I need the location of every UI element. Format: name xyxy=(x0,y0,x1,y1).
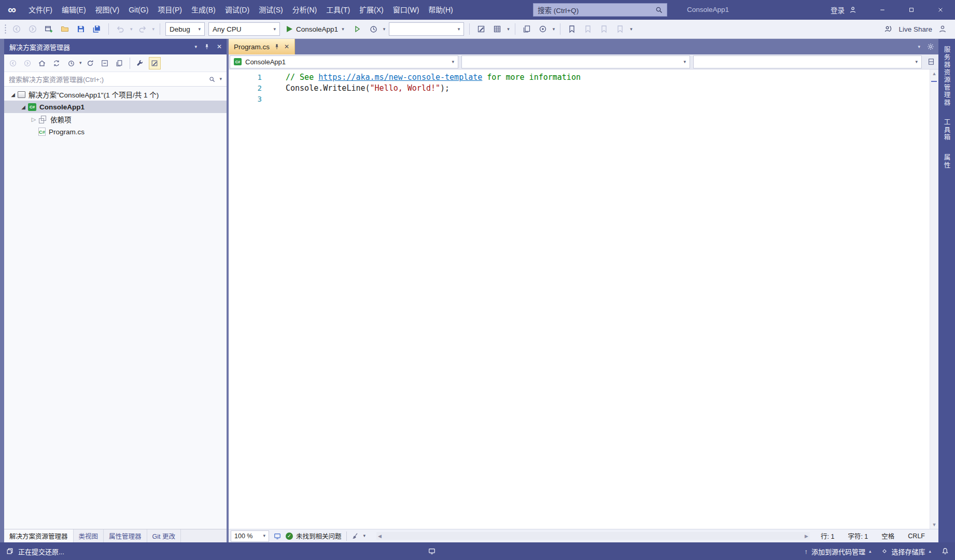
notifications-bell-icon[interactable] xyxy=(942,548,949,555)
new-project-button[interactable] xyxy=(43,22,55,36)
spaces-indicator[interactable]: 空格 xyxy=(881,531,894,541)
solution-explorer-header[interactable]: 解决方案资源管理器 ▾ ✕ xyxy=(4,39,227,54)
panel-tab[interactable]: Git 更改 xyxy=(147,529,181,542)
document-tab-program-cs[interactable]: Program.cs ✕ xyxy=(229,39,295,54)
menu-item[interactable]: 编辑(E) xyxy=(57,0,91,20)
line-indicator[interactable]: 行: 1 xyxy=(821,531,834,541)
chevron-down-icon[interactable]: ▾ xyxy=(383,27,386,32)
select-repository-button[interactable]: 选择存储库 ▴ xyxy=(881,547,931,556)
close-panel-icon[interactable]: ✕ xyxy=(217,43,222,50)
undo-dropdown-icon[interactable]: ▾ xyxy=(130,27,133,32)
explorer-back-button[interactable] xyxy=(7,57,19,69)
tree-item[interactable]: ◢解决方案"ConsoleApp1"(1 个项目/共 1 个) xyxy=(4,88,227,101)
code-line[interactable]: 1// See https://aka.ms/new-console-templ… xyxy=(229,72,938,83)
start-debugging-button[interactable]: ConsoleApp1 ▾ xyxy=(284,22,347,36)
chevron-down-icon[interactable]: ▾ xyxy=(553,27,555,32)
menu-item[interactable]: 项目(P) xyxy=(153,0,187,20)
pin-icon[interactable] xyxy=(204,44,210,50)
properties-button[interactable] xyxy=(134,57,146,69)
panel-tab[interactable]: 解决方案资源管理器 xyxy=(4,529,74,542)
comment-button[interactable] xyxy=(521,22,533,36)
toolbar-drag-handle[interactable] xyxy=(4,24,7,34)
solution-configuration-combobox[interactable]: Debug ▾ xyxy=(165,22,205,36)
performance-profiler-button[interactable] xyxy=(367,22,380,36)
code-line[interactable]: 2Console.WriteLine("Hello, World!"); xyxy=(229,83,938,94)
tree-item[interactable]: ▷依赖项 xyxy=(4,113,227,125)
chevron-down-icon[interactable]: ▾ xyxy=(79,61,82,65)
redo-dropdown-icon[interactable]: ▾ xyxy=(152,27,155,32)
scroll-right-icon[interactable]: ▶ xyxy=(805,534,808,539)
clear-bookmarks-button[interactable] xyxy=(614,22,626,36)
toggle-bookmark-button[interactable] xyxy=(566,22,578,36)
right-tool-tab[interactable]: 服务器资源管理器 xyxy=(942,46,952,106)
chevron-down-icon[interactable]: ▾ xyxy=(363,534,366,538)
code-line[interactable]: 3 xyxy=(229,94,938,105)
right-tool-tab[interactable]: 属性 xyxy=(942,154,952,169)
menu-item[interactable]: 帮助(H) xyxy=(424,0,457,20)
feedback-icon[interactable] xyxy=(938,25,947,33)
tree-item[interactable]: C#Program.cs xyxy=(4,125,227,138)
chevron-down-icon[interactable]: ▾ xyxy=(630,27,633,32)
sign-in-button[interactable]: 登录 xyxy=(831,0,856,20)
tab-strip-gear-icon[interactable] xyxy=(927,43,934,50)
previous-bookmark-button[interactable] xyxy=(582,22,594,36)
next-bookmark-button[interactable] xyxy=(598,22,610,36)
minimize-button[interactable] xyxy=(868,0,897,20)
horizontal-scrollbar[interactable]: ◀ ▶ xyxy=(376,532,810,540)
close-tab-icon[interactable]: ✕ xyxy=(284,43,289,50)
preview-selected-items-button[interactable] xyxy=(149,57,161,69)
right-tool-tab[interactable]: 工具箱 xyxy=(942,119,952,142)
quick-search-box[interactable]: 搜索 (Ctrl+Q) xyxy=(533,3,667,17)
chevron-down-icon[interactable]: ▾ xyxy=(507,27,510,32)
code-cleanup-icon[interactable] xyxy=(352,533,359,540)
search-icon[interactable] xyxy=(209,76,215,82)
navigate-to-button[interactable] xyxy=(537,22,549,36)
navigate-forward-button[interactable] xyxy=(26,22,39,36)
remote-indicator-icon[interactable] xyxy=(428,548,436,555)
document-health-indicator[interactable]: ✓ 未找到相关问题 xyxy=(286,531,342,541)
project-dropdown[interactable]: C# ConsoleApp1 ▾ xyxy=(230,55,458,68)
line-ending-indicator[interactable]: CRLF xyxy=(908,533,925,540)
menu-item[interactable]: Git(G) xyxy=(124,0,153,20)
tree-expanded-icon[interactable]: ◢ xyxy=(8,92,18,97)
menu-item[interactable]: 视图(V) xyxy=(91,0,124,20)
undo-button[interactable] xyxy=(114,22,127,36)
explorer-forward-button[interactable] xyxy=(21,57,33,69)
menu-item[interactable]: 文件(F) xyxy=(24,0,57,20)
solution-explorer-search-box[interactable]: 搜索解决方案资源管理器(Ctrl+;) ▾ xyxy=(4,72,227,87)
scroll-left-icon[interactable]: ◀ xyxy=(378,534,382,539)
menu-item[interactable]: 窗口(W) xyxy=(388,0,424,20)
scroll-up-icon[interactable]: ▲ xyxy=(932,71,937,76)
panel-tab[interactable]: 类视图 xyxy=(74,529,104,542)
show-grid-button[interactable] xyxy=(491,22,503,36)
menu-item[interactable]: 生成(B) xyxy=(187,0,220,20)
scroll-down-icon[interactable]: ▼ xyxy=(932,522,937,527)
show-all-files-button[interactable] xyxy=(114,57,125,69)
pending-changes-filter-button[interactable] xyxy=(65,57,77,69)
collapse-all-button[interactable] xyxy=(99,57,111,69)
menu-item[interactable]: 测试(S) xyxy=(254,0,288,20)
window-position-icon[interactable]: ▾ xyxy=(194,45,197,49)
menu-item[interactable]: 扩展(X) xyxy=(355,0,388,20)
menu-item[interactable]: 调试(D) xyxy=(220,0,254,20)
home-button[interactable] xyxy=(36,57,48,69)
navigate-back-button[interactable] xyxy=(10,22,23,36)
pin-tab-icon[interactable] xyxy=(274,44,280,50)
refresh-button[interactable] xyxy=(85,57,96,69)
menu-item[interactable]: 分析(N) xyxy=(288,0,321,20)
start-without-debugging-button[interactable] xyxy=(351,22,363,36)
open-file-button[interactable] xyxy=(59,22,71,36)
close-button[interactable] xyxy=(926,0,955,20)
live-share-icon[interactable] xyxy=(884,25,892,33)
tree-expanded-icon[interactable]: ◢ xyxy=(19,104,28,110)
code-link[interactable]: https://aka.ms/new-console-template xyxy=(318,73,482,82)
menu-item[interactable]: 工具(T) xyxy=(321,0,355,20)
column-indicator[interactable]: 字符: 1 xyxy=(848,531,868,541)
type-dropdown[interactable]: ▾ xyxy=(461,55,690,68)
split-window-button[interactable] xyxy=(925,55,937,68)
add-to-source-control-button[interactable]: ↑ 添加到源代码管理 ▴ xyxy=(804,547,871,556)
find-in-files-button[interactable] xyxy=(475,22,487,36)
tree-collapsed-icon[interactable]: ▷ xyxy=(29,116,38,123)
toolbar-empty-combobox[interactable]: ▾ xyxy=(389,22,464,36)
sync-with-active-document-button[interactable] xyxy=(50,57,62,69)
